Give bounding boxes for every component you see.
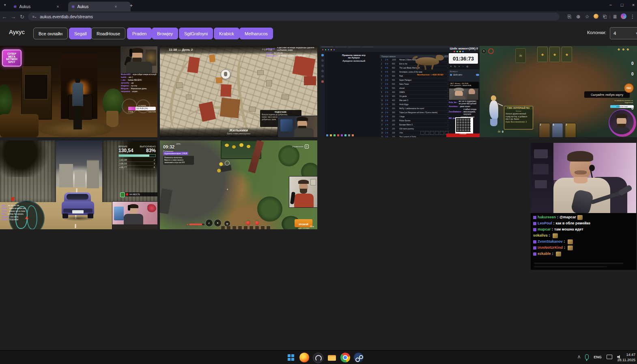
extension-avatar-icon[interactable]: [592, 14, 600, 20]
auction-table-row[interactable]: 7 3 % 500 Nano Tower ▪: [380, 82, 450, 86]
columns-select[interactable]: 4 ▾: [610, 27, 637, 39]
cast-icon[interactable]: ⎘: [565, 14, 574, 19]
filter-roadhouse[interactable]: RoadHouse: [91, 28, 125, 39]
table-pagination[interactable]: [420, 131, 449, 135]
auction-table-row[interactable]: 9 2 % 400 OMEN ▪: [380, 90, 450, 95]
site-favicon-icon: ❄: [71, 4, 75, 9]
hotbar-slot[interactable]: [243, 226, 248, 229]
filter-praden[interactable]: Praden: [127, 28, 152, 39]
stream-tile-map[interactable]: 11:38 — День 2 ГОРОД selmalyek: и дал от…: [160, 46, 317, 137]
hotbar-slot[interactable]: [238, 226, 242, 229]
menu-dots-icon[interactable]: ⋮: [628, 14, 637, 19]
tray-chevron-icon[interactable]: ᐱ: [578, 355, 580, 359]
zoom-icon[interactable]: ⊕: [574, 14, 583, 19]
stream-tile-auction[interactable]: Правила заказа игр на Аукусе Аукцион кол…: [320, 46, 480, 137]
browser-tab-2-active[interactable]: ❄ Aukus ×: [68, 2, 131, 11]
page-button[interactable]: [435, 131, 439, 135]
obs-icon[interactable]: [313, 353, 323, 363]
address-bar[interactable]: ≡⌄ aukus.eventlab.dev/streams: [28, 13, 559, 21]
auction-table-row[interactable]: 13 2 % 300 McFly / Laddessance be more! …: [380, 107, 450, 111]
extension-clipboard-icon[interactable]: ⎗: [600, 14, 609, 19]
hotbar-slot[interactable]: [255, 226, 259, 229]
auction-table-row[interactable]: 17 1 % 200 Escrape Mann 3 ▪: [380, 123, 450, 127]
tray-mic-icon[interactable]: [585, 354, 589, 360]
page-button[interactable]: [440, 131, 444, 135]
auction-table-row[interactable]: 8 3 % 500 shovel ▪: [380, 86, 450, 90]
browser-tabstrip: ▾ ❄ Aukus × ❄ Aukus × + − □ ×: [0, 0, 637, 11]
filter-sgtgrafoyni[interactable]: SgtGrafoyni: [179, 28, 213, 39]
url-text[interactable]: aukus.eventlab.dev/streams: [40, 14, 93, 19]
window-maximize-button[interactable]: □: [617, 2, 627, 7]
hotbar-slot[interactable]: [221, 226, 225, 229]
pause-icon[interactable]: ⏸: [450, 65, 452, 68]
donation-alert: Northerion —600 RUB!: [417, 73, 443, 76]
stream-tile-webcam-chat[interactable]: hakureeen : @mapcar LeoPoul : как в обле…: [531, 143, 636, 270]
hand-card[interactable]: 5: [552, 123, 563, 137]
hotbar-slot[interactable]: [260, 226, 265, 229]
chat-message: selmalyek: и дал ответ на жизда: модерат…: [266, 47, 316, 52]
start-button[interactable]: [286, 353, 296, 362]
back-button[interactable]: ←: [0, 14, 9, 20]
tab-search-chevron-icon[interactable]: ▾: [4, 3, 6, 7]
filter-browjey[interactable]: Browjey: [152, 28, 178, 39]
window-close-button[interactable]: ×: [628, 2, 637, 7]
browser-tab-1[interactable]: ❄ Aukus ×: [10, 2, 71, 11]
hotbar-slot[interactable]: [226, 226, 231, 229]
tab-close-icon[interactable]: ×: [114, 4, 117, 9]
tray-network-icon[interactable]: [607, 355, 612, 359]
page-header: Аукус Все онлайн Segall RoadHouse Praden…: [0, 22, 637, 45]
auction-table-row[interactable]: 14 2 % 300 Tulpa (Let Margonem all times…: [380, 111, 450, 115]
webcam-overlay: [289, 176, 317, 208]
auction-table-row[interactable]: 6 3 % 500 Super Paragon ▪: [380, 78, 450, 82]
file-explorer-icon[interactable]: [327, 353, 337, 362]
stream-tile-racing[interactable]: ВРЕМЯ ВЫПОЛНЕНО 130,54 83% +10,382 +16,3…: [0, 140, 157, 229]
auction-table-row[interactable]: 15 1 % 300 I Vega ▪: [380, 115, 450, 119]
skull-icon: ☠: [497, 129, 501, 134]
steam-icon[interactable]: [354, 353, 364, 362]
window-minimize-button[interactable]: −: [605, 2, 616, 7]
reload-button[interactable]: ↻: [18, 14, 27, 20]
auction-table-row[interactable]: 18 1 % 200 Old man's journey ▪: [380, 127, 450, 131]
plus-icon[interactable]: +: [458, 65, 460, 68]
auction-table-row[interactable]: 16 1 % 200 Police Stories ▪: [380, 119, 450, 123]
tab-close-icon[interactable]: ×: [56, 4, 59, 9]
auction-table-row[interactable]: 20 1 % 100 The Legend of Zelda ▪: [380, 135, 450, 137]
page-button[interactable]: [420, 131, 424, 135]
forward-button[interactable]: →: [9, 14, 18, 20]
minus-icon[interactable]: −: [463, 65, 464, 68]
stream-tile-shooter[interactable]: + 09:32 день Солнечно Аудиокомментарии: …: [160, 140, 317, 229]
auction-table-row[interactable]: 11 2 % 400 Max pain 3 ▪: [380, 99, 450, 103]
auction-timer: 01:36:73: [449, 53, 478, 64]
tray-language[interactable]: ENG: [594, 355, 602, 359]
page-button[interactable]: [430, 131, 434, 135]
hand-card[interactable]: 7: [539, 123, 550, 137]
stream-tile-adventure[interactable]: СУПЕР МЕГА БЕТМЕН БУСТ Modern003: игра с…: [0, 46, 157, 137]
tab-list-icon[interactable]: ≣: [611, 14, 620, 19]
firefox-icon[interactable]: [299, 353, 309, 362]
hotbar-slot[interactable]: [249, 226, 254, 229]
filter-all-online[interactable]: Все онлайн: [33, 28, 68, 39]
page-button[interactable]: [425, 131, 429, 135]
hotbar-slot[interactable]: [232, 226, 237, 229]
site-settings-icon[interactable]: ≡⌄: [32, 15, 37, 19]
chat-message: чепушила: штрих: [121, 90, 157, 93]
filter-segall[interactable]: Segall: [69, 28, 92, 39]
new-tab-button[interactable]: +: [130, 3, 133, 9]
chat-message: ezkable :: [533, 251, 636, 257]
stream-tile-cardgame[interactable]: ☠ ◆ ◆ ◆ ◆ ◆ ◆ 5 ГЭВА: КОПТЁРНЫЙ ПЕС Чтен…: [480, 46, 637, 137]
tray-clock[interactable]: 14:47 28.11.2025: [612, 352, 635, 362]
hand-card[interactable]: 7: [565, 123, 576, 137]
chat-message: Gola_fan: вот за то поддержал, не успел …: [449, 100, 479, 105]
profile-avatar[interactable]: [619, 13, 628, 20]
filter-melharucos[interactable]: Melharucos: [239, 28, 273, 39]
pass-button[interactable]: ПАС: [624, 83, 634, 93]
hotbar-slot[interactable]: [266, 226, 271, 229]
bookmark-star-icon[interactable]: ☆: [583, 14, 592, 19]
reload-icon[interactable]: ↻: [454, 65, 456, 68]
auction-table-row[interactable]: 12 2 % 300 Arctic Eggs ▪: [380, 103, 450, 107]
chrome-icon[interactable]: [340, 353, 350, 362]
auction-table-row[interactable]: 10 2 % 400 Ori garde ▪: [380, 95, 450, 99]
gear-icon[interactable]: ⚙: [466, 65, 468, 68]
columns-label: Колонки:: [587, 30, 606, 35]
filter-krabick[interactable]: Krabick: [214, 28, 239, 39]
